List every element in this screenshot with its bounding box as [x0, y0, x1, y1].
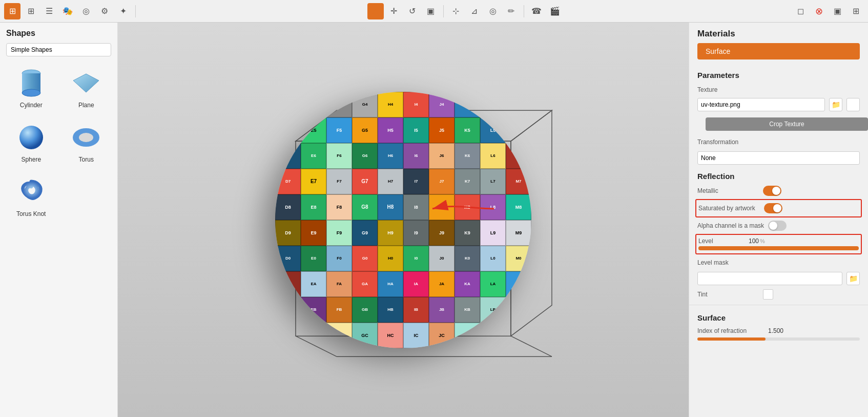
tint-label: Tint [697, 291, 759, 298]
plane-label: Plane [78, 102, 94, 109]
scene-icon[interactable]: 🎭 [59, 3, 76, 19]
cube-icon[interactable]: ◻ [792, 3, 809, 19]
level-mask-select[interactable] [697, 272, 842, 285]
toolbar: ⊞ ⊞ ☰ 🎭 ◎ ⚙ ✦ ▲ ✛ ↺ ▣ ⊹ ⊿ ◎ ✏ ☎ 🎬 ◻ ⊗ ▣ … [0, 0, 868, 23]
level-unit: % [760, 238, 765, 244]
shapes-title: Shapes [6, 29, 111, 38]
right-toolbar: ◻ ⊗ ▣ ⊞ [792, 3, 864, 19]
crop-texture-btn[interactable]: Crop Texture [706, 117, 868, 131]
shapes-grid: Cylinder Plane [6, 64, 111, 222]
level-mask-row: Level mask [689, 255, 868, 270]
texture-color-swatch[interactable] [846, 98, 860, 111]
level-highlight-box: Level 100 % [695, 234, 862, 254]
expand-icon[interactable]: ⊞ [848, 3, 864, 19]
alpha-label: Alpha channel is a mask [697, 222, 764, 229]
cylinder-icon [16, 68, 47, 98]
menu-icon[interactable]: ☰ [41, 3, 57, 19]
svg-point-6 [79, 133, 93, 142]
divider-1 [689, 305, 868, 305]
phone-icon[interactable]: ☎ [528, 3, 545, 19]
left-sidebar: Shapes Simple Shapes [0, 23, 118, 417]
shape-plane[interactable]: Plane [61, 64, 112, 113]
ior-value: 1.500 [768, 327, 783, 334]
level-slider[interactable] [698, 246, 859, 250]
close-icon[interactable]: ⊗ [811, 3, 827, 19]
torus-knot-icon [16, 176, 47, 207]
level-value-box: 100 % [743, 237, 765, 245]
tint-swatch[interactable] [763, 289, 773, 300]
materials-title: Materials [689, 23, 868, 43]
metallic-label: Metallic [697, 187, 759, 194]
level-label: Level [698, 237, 739, 245]
ior-label: Index of refraction [697, 327, 764, 334]
shape-cylinder[interactable]: Cylinder [6, 64, 56, 113]
sphere-label: Sphere [21, 156, 41, 163]
texture-row: Texture [689, 83, 868, 97]
uv-sphere: D4 E4 F4 G4 H4 I4 J4 K4 L4 M4 D5 E5 F5 G… [275, 92, 531, 348]
level-mask-folder[interactable]: 📁 [846, 272, 860, 285]
grid-icon[interactable]: ⊞ [23, 3, 39, 19]
paint-tool[interactable]: ✏ [503, 3, 520, 19]
saturated-highlight-box: Saturated by artwork [695, 199, 862, 217]
scale-tool[interactable]: ▣ [423, 3, 439, 19]
svg-marker-3 [73, 74, 99, 92]
saturated-row: Saturated by artwork [698, 201, 859, 215]
texture-select[interactable]: uv-texture.png [697, 98, 825, 111]
transformation-label: Transformation [697, 138, 759, 146]
target-icon[interactable]: ◎ [78, 3, 94, 19]
torus-knot-label: Torus Knot [16, 210, 46, 217]
select-tool[interactable]: ▲ [367, 3, 384, 19]
torus-label: Torus [79, 156, 94, 163]
level-mask-select-row: 📁 [689, 270, 868, 287]
alpha-row: Alpha channel is a mask [689, 219, 868, 233]
texture-select-row: uv-texture.png 📁 [689, 97, 868, 113]
sep2 [443, 5, 444, 17]
torus-icon [71, 122, 101, 153]
parameters-header: Parameters [689, 66, 868, 83]
svg-point-4 [19, 126, 43, 149]
ior-slider-container [689, 336, 868, 343]
plane-icon [71, 68, 101, 98]
transformation-select-row: None [689, 149, 868, 167]
level-row: Level 100 % [698, 236, 859, 246]
light-icon[interactable]: ✦ [115, 3, 131, 19]
separator-1 [135, 5, 136, 17]
uv-texture-grid: D4 E4 F4 G4 H4 I4 J4 K4 L4 M4 D5 E5 F5 G… [275, 92, 531, 348]
level-slider-row [698, 246, 859, 252]
viewport[interactable]: D4 E4 F4 G4 H4 I4 J4 K4 L4 M4 D5 E5 F5 G… [118, 23, 689, 417]
add-icon[interactable]: ⊞ [4, 3, 20, 19]
main-layout: Shapes Simple Shapes [0, 23, 868, 417]
move-tool[interactable]: ✛ [386, 3, 402, 19]
surface-tab[interactable]: Surface [697, 43, 860, 59]
rotate-tool[interactable]: ↺ [404, 3, 421, 19]
transformation-select[interactable]: None [697, 151, 860, 165]
saturated-label: Saturated by artwork [698, 205, 760, 212]
transformation-row: Transformation [689, 135, 868, 149]
level-value: 100 [743, 237, 759, 245]
level-mask-label: Level mask [697, 259, 759, 266]
settings-icon[interactable]: ⚙ [96, 3, 113, 19]
shapes-dropdown[interactable]: Simple Shapes [6, 43, 111, 56]
physics-tool[interactable]: ⊿ [466, 3, 483, 19]
camera-target[interactable]: ◎ [485, 3, 501, 19]
tint-row: Tint [689, 287, 868, 302]
saturated-toggle[interactable] [764, 203, 782, 213]
ior-row: Index of refraction 1.500 [689, 325, 868, 336]
svg-line-12 [296, 336, 337, 356]
texture-label: Texture [697, 86, 759, 93]
svg-point-2 [22, 89, 40, 96]
sphere-icon [16, 122, 47, 153]
joint-tool[interactable]: ⊹ [448, 3, 464, 19]
shape-torus-knot[interactable]: Torus Knot [6, 172, 56, 222]
right-sidebar: Materials Surface Parameters Texture uv-… [689, 23, 868, 417]
crop-btn-row: Crop Texture [689, 113, 868, 135]
shape-sphere[interactable]: Sphere [6, 118, 56, 167]
sep3 [524, 5, 524, 17]
svg-line-11 [511, 336, 552, 356]
texture-folder-btn[interactable]: 📁 [829, 98, 842, 111]
metallic-toggle[interactable] [763, 186, 781, 196]
alpha-toggle[interactable] [768, 221, 787, 231]
video-icon[interactable]: 🎬 [547, 3, 563, 19]
shape-torus[interactable]: Torus [61, 118, 112, 167]
window-icon[interactable]: ▣ [829, 3, 845, 19]
